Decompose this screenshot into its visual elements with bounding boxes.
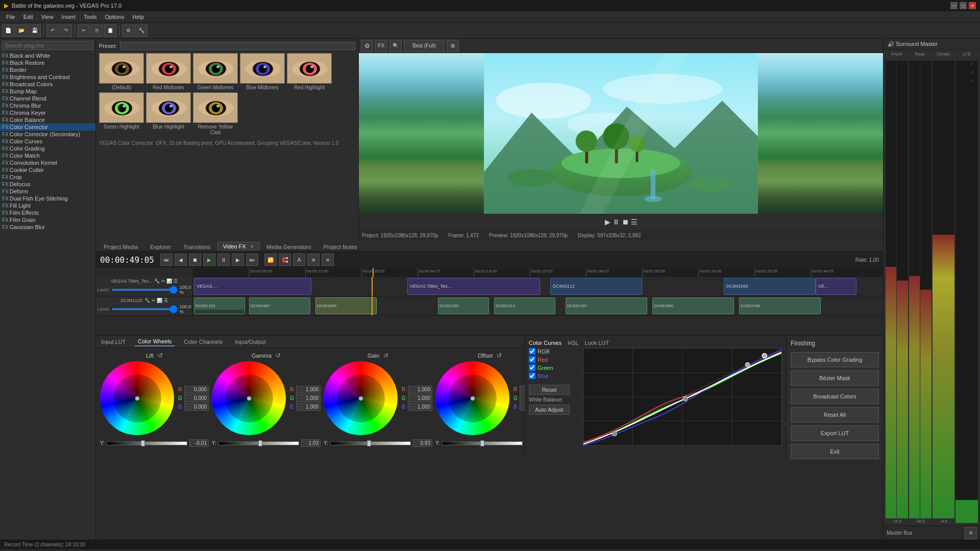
track-clip[interactable]: VE... (816, 278, 856, 295)
gain-y-thumb[interactable] (367, 440, 371, 446)
lift-reset[interactable]: ↺ (158, 352, 163, 359)
bypass-color-grading-button[interactable]: Bypass Color Grading (791, 352, 879, 367)
tab-transitions[interactable]: Transitions (178, 242, 216, 251)
fx-item-film-grain[interactable]: FXFilm Grain (0, 216, 95, 223)
open-button[interactable]: 📂 (15, 24, 28, 37)
title-bar-controls[interactable]: ─ □ ✕ (950, 2, 976, 9)
tab-project-notes[interactable]: Project Notes (318, 242, 363, 251)
fx-item-chroma-blur[interactable]: FXChroma Blur (0, 102, 95, 109)
pause-button[interactable]: ⏸ (612, 218, 620, 226)
gamma-wheel[interactable] (212, 361, 286, 435)
fx-item-brightness-and-contrast[interactable]: FXBrightness and Contrast (0, 73, 95, 81)
auto-adjust-button[interactable]: Auto Adjust (529, 405, 570, 415)
fx-item-bump-map[interactable]: FXBump Map (0, 88, 95, 95)
fx-item-film-effects[interactable]: FXFilm Effects (0, 209, 95, 216)
curves-canvas[interactable] (583, 348, 782, 446)
fx-item-color-grading[interactable]: FXColor Grading (0, 145, 95, 152)
fx-item-color-corrector-secondary[interactable]: FXColor Corrector (Secondary) (0, 131, 95, 138)
search-input[interactable] (2, 41, 93, 50)
gain-handle[interactable] (358, 396, 363, 401)
stop-button[interactable]: ⏹ (622, 218, 629, 226)
fx-item-crop[interactable]: FXCrop (0, 173, 95, 181)
maximize-button[interactable]: □ (960, 2, 967, 9)
bezier-mask-button[interactable]: Bézier Mask (791, 370, 879, 386)
check-red[interactable]: Red (529, 356, 575, 363)
menu-button[interactable]: ☰ (631, 218, 638, 226)
gamma-r-input[interactable] (296, 386, 321, 393)
fx-item-black-and-white[interactable]: FXBlack and White (0, 52, 95, 59)
track-clip[interactable]: VEGAS ... (194, 278, 311, 295)
track-clip[interactable]: DCIM3112 (550, 278, 642, 295)
paste-button[interactable]: 📋 (104, 24, 116, 37)
copy-button[interactable]: ⎘ (91, 24, 103, 37)
preset-red-midtones[interactable]: Red Midtones (146, 53, 191, 90)
fx-item-deform[interactable]: FXDeform (0, 188, 95, 195)
lift-y-value[interactable] (189, 439, 209, 447)
fx-item-fill-light[interactable]: FXFill Light (0, 202, 95, 209)
fx-item-color-match[interactable]: FXColor Match (0, 152, 95, 159)
tl-ripple[interactable]: ≋ (307, 254, 320, 266)
fx-item-defocus[interactable]: FXDefocus (0, 181, 95, 188)
fx-item-color-corrector[interactable]: FXColor Corrector (0, 123, 95, 131)
tl-snap[interactable]: 🧲 (279, 254, 291, 266)
lift-handle[interactable] (135, 396, 140, 401)
cb-red[interactable] (529, 356, 535, 363)
fx-item-broadcast-colors[interactable]: FXBroadcast Colors (0, 81, 95, 88)
tab-explorer[interactable]: Explorer (144, 242, 177, 251)
preview-fx-button[interactable]: FX (375, 40, 387, 52)
gamma-y-slider[interactable] (218, 441, 299, 445)
fx-item-dual-fish-eye-stitching[interactable]: FXDual Fish Eye Stitching (0, 195, 95, 202)
preset-blue-midtones[interactable]: Blue Midtones (240, 53, 285, 90)
gamma-y-value[interactable] (301, 439, 321, 447)
gamma-handle[interactable] (247, 396, 252, 401)
gain-g-input[interactable] (408, 394, 432, 402)
track-clip[interactable]: DCIM1120 (194, 297, 245, 314)
menu-options[interactable]: Options (101, 13, 129, 21)
preset-remove-yellow-cast[interactable]: Remove Yellow Cast (193, 92, 238, 135)
undo-button[interactable]: ↶ (46, 24, 59, 37)
export-lut-button[interactable]: Export LUT (791, 425, 879, 441)
play-button[interactable]: ▶ (605, 218, 610, 226)
lift-r-input[interactable] (184, 386, 209, 393)
broadcast-colors-button[interactable]: Broadcast Colors (791, 389, 879, 404)
tl-rewind[interactable]: ⏮ (160, 254, 173, 266)
preview-quality-button[interactable]: Best (Full) (404, 40, 445, 52)
close-button[interactable]: ✕ (969, 2, 976, 9)
check-green[interactable]: Green (529, 364, 575, 371)
gain-wheel[interactable] (324, 361, 398, 435)
fx-item-border[interactable]: FXBorder (0, 66, 95, 73)
gain-y-slider[interactable] (330, 441, 411, 445)
render-button[interactable]: ⚙ (122, 24, 134, 37)
preset-input[interactable] (120, 42, 355, 50)
minimize-button[interactable]: ─ (950, 2, 958, 9)
cut-button[interactable]: ✂ (78, 24, 90, 37)
settings-button[interactable]: 🔧 (135, 24, 148, 37)
gain-y-value[interactable] (413, 439, 432, 447)
lift-y-thumb[interactable] (141, 440, 145, 446)
master-bus-close[interactable]: ✕ (965, 527, 977, 539)
preview-settings-button[interactable]: ⚙ (361, 40, 373, 52)
fx-item-chroma-keyer[interactable]: FXChroma Keyer (0, 109, 95, 116)
menu-edit[interactable]: Edit (19, 13, 37, 21)
check-blue[interactable]: Blue (529, 372, 575, 379)
fx-item-black-restore[interactable]: FXBlack Restore (0, 59, 95, 66)
save-button[interactable]: 💾 (29, 24, 41, 37)
track-clip[interactable]: DCIM1566 (652, 297, 734, 314)
cb-green[interactable] (529, 364, 535, 371)
tab-input-output[interactable]: Input/Output (232, 338, 269, 346)
tl-fwd[interactable]: ▶ (232, 254, 244, 266)
tab-close[interactable]: ✕ (250, 243, 254, 249)
new-button[interactable]: 📄 (2, 24, 14, 37)
track-content-2[interactable]: DCIM1120 DCIM1867 DCIM1845 DCIM1290 DCIM… (193, 296, 883, 315)
redo-button[interactable]: ↷ (60, 24, 72, 37)
tl-loop[interactable]: 🔁 (264, 254, 277, 266)
level-slider-1[interactable] (112, 289, 178, 291)
cb-blue[interactable] (529, 372, 535, 379)
menu-help[interactable]: Help (128, 13, 148, 21)
tab-media-generators[interactable]: Media Generators (261, 242, 317, 251)
tl-stop[interactable]: ⏹ (189, 254, 201, 266)
offset-y-thumb[interactable] (480, 440, 484, 446)
check-rgb[interactable]: RGB (529, 348, 575, 355)
preview-grid-button[interactable]: ⊞ (447, 40, 459, 52)
tab-color-wheels[interactable]: Color Wheels (135, 337, 175, 346)
